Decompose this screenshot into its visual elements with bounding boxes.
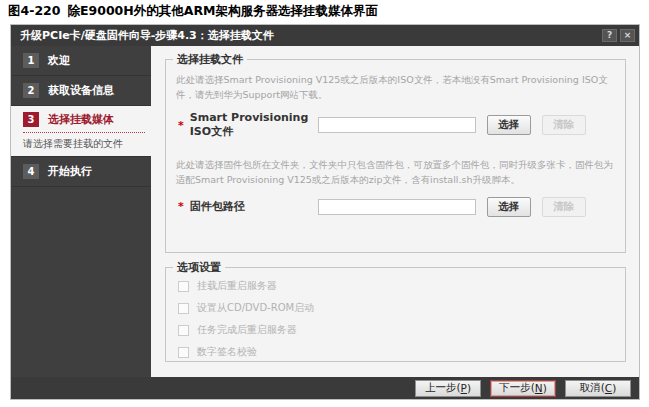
- step-number-badge: 1: [23, 53, 39, 68]
- active-step-divider: [23, 132, 145, 133]
- page: 图4-220除E9000H外的其他ARM架构服务器选择挂载媒体界面 升级PCIe…: [0, 0, 649, 407]
- checkbox-icon: [178, 347, 189, 358]
- step-number-badge: 2: [23, 83, 39, 98]
- content-panel: 选择挂载文件 此处请选择Smart Provisioning V125或之后版本…: [151, 46, 639, 377]
- previous-button[interactable]: 上一步(P): [415, 380, 481, 397]
- option-restart-after-task: 任务完成后重启服务器: [176, 319, 615, 341]
- sidebar-step-select-media-active[interactable]: 3 选择挂载媒体 请选择需要挂载的文件: [11, 106, 151, 157]
- active-step-subtitle: 请选择需要挂载的文件: [23, 137, 145, 151]
- step-label: 欢迎: [48, 53, 70, 68]
- firmware-path-label: 固件包路径: [190, 199, 312, 214]
- step-number-badge: 3: [23, 112, 39, 127]
- figure-caption: 图4-220除E9000H外的其他ARM架构服务器选择挂载媒体界面: [8, 3, 378, 20]
- sidebar-step-execute[interactable]: 4 开始执行: [11, 157, 151, 187]
- dialog-body: 1 欢迎 2 获取设备信息 3 选择挂载媒体 请选择需要挂载的文件 4: [11, 46, 639, 377]
- dialog-title: 升级PCIe卡/硬盘固件向导-步骤4.3：选择挂载文件: [20, 28, 599, 43]
- firmware-select-button[interactable]: 选择: [487, 197, 531, 217]
- checkbox-icon: [178, 303, 189, 314]
- figure-label: 图4-220: [8, 3, 60, 18]
- sidebar-step-device-info[interactable]: 2 获取设备信息: [11, 76, 151, 106]
- next-button[interactable]: 下一步(N): [490, 380, 556, 397]
- options-group: 选项设置 挂载后重启服务器 设置从CD/DVD-ROM启动 任务完成后重启服务器: [165, 267, 626, 362]
- sidebar-step-welcome[interactable]: 1 欢迎: [11, 46, 151, 76]
- step-label: 获取设备信息: [48, 83, 114, 98]
- help-icon[interactable]: ?: [602, 29, 617, 42]
- firmware-path-input[interactable]: [318, 199, 476, 215]
- firmware-clear-button: 清除: [542, 197, 586, 217]
- option-restart-after-mount: 挂载后重启服务器: [176, 275, 615, 297]
- select-mount-file-group: 选择挂载文件 此处请选择Smart Provisioning V125或之后版本…: [165, 59, 626, 253]
- option-boot-from-cddvd: 设置从CD/DVD-ROM启动: [176, 297, 615, 319]
- iso-clear-button: 清除: [542, 115, 586, 135]
- option-signature-verify: 数字签名校验: [176, 341, 615, 363]
- step-label: 开始执行: [48, 164, 92, 179]
- group-title: 选项设置: [173, 261, 225, 274]
- firmware-path-field-row: * 固件包路径 选择 清除: [176, 197, 617, 217]
- iso-description: 此处请选择Smart Provisioning V125或之后版本的ISO文件，…: [176, 73, 617, 102]
- upgrade-wizard-dialog: 升级PCIe卡/硬盘固件向导-步骤4.3：选择挂载文件 ? × 1 欢迎 2 获…: [10, 24, 640, 400]
- iso-file-field-row: * Smart Provisioning ISO文件 选择 清除: [176, 111, 617, 139]
- wizard-steps-sidebar: 1 欢迎 2 获取设备信息 3 选择挂载媒体 请选择需要挂载的文件 4: [11, 46, 151, 377]
- iso-file-label: Smart Provisioning ISO文件: [190, 111, 312, 139]
- step-label: 选择挂载媒体: [48, 112, 114, 127]
- required-asterisk: *: [178, 119, 184, 132]
- firmware-description: 此处请选择固件包所在文件夹，文件夹中只包含固件包，可放置多个固件包，同时升级多张…: [176, 158, 617, 187]
- iso-file-input[interactable]: [318, 117, 476, 133]
- close-icon[interactable]: ×: [620, 29, 635, 42]
- checkbox-icon: [178, 325, 189, 336]
- group-title: 选择挂载文件: [173, 53, 247, 66]
- checkbox-icon: [178, 281, 189, 292]
- dialog-footer: 上一步(P) 下一步(N) 取消(C): [11, 377, 639, 399]
- figure-title: 除E9000H外的其他ARM架构服务器选择挂载媒体界面: [67, 3, 378, 18]
- iso-select-button[interactable]: 选择: [487, 115, 531, 135]
- dialog-titlebar: 升级PCIe卡/硬盘固件向导-步骤4.3：选择挂载文件 ? ×: [11, 25, 639, 46]
- step-number-badge: 4: [23, 164, 39, 179]
- required-asterisk: *: [178, 200, 184, 213]
- cancel-button[interactable]: 取消(C): [565, 380, 631, 397]
